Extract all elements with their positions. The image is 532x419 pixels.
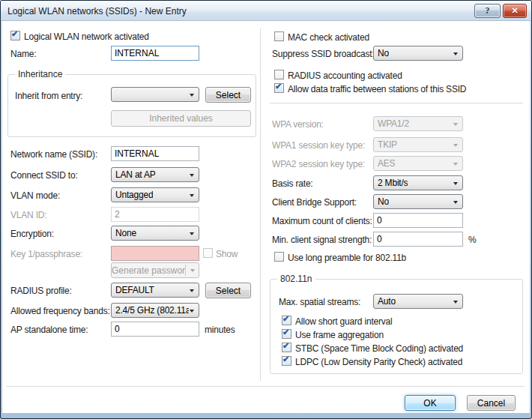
wpa-section-divider <box>270 103 523 103</box>
wpa2-key-type-dropdown: AES <box>373 156 463 171</box>
inherit-from-entry-dropdown[interactable] <box>111 87 199 102</box>
chevron-down-icon <box>453 301 458 304</box>
check-icon: ✔ <box>275 82 282 91</box>
chevron-down-icon <box>453 201 458 204</box>
inheritance-group: Inheritance <box>7 74 256 137</box>
long-preamble-label: Use long preamble for 802.11b <box>288 253 406 263</box>
chevron-down-icon <box>453 182 458 185</box>
min-signal-label: Min. client signal strength: <box>272 235 372 245</box>
show-key-label: Show <box>216 249 238 259</box>
close-button[interactable]: ✕ <box>503 4 527 18</box>
chevron-down-icon <box>190 194 194 197</box>
cancel-button[interactable]: Cancel <box>467 395 516 411</box>
chevron-down-icon <box>190 174 194 177</box>
key1-passphrase-input <box>111 246 199 261</box>
titlebar: Logical WLAN networks (SSIDs) - New Entr… <box>1 1 531 21</box>
vlan-mode-dropdown[interactable]: Untagged <box>111 187 199 202</box>
stbc-checkbox[interactable]: ✔ <box>282 343 291 352</box>
connect-ssid-dropdown[interactable]: LAN at AP <box>111 167 199 182</box>
mac-check-label: MAC check activated <box>288 32 369 43</box>
ldpc-checkbox[interactable]: ✔ <box>282 356 291 366</box>
ssid-input[interactable] <box>111 146 199 161</box>
check-icon: ✔ <box>282 314 289 324</box>
frame-aggregation-checkbox[interactable]: ✔ <box>282 329 291 339</box>
inheritance-group-title: Inheritance <box>15 69 65 79</box>
check-icon: ✔ <box>282 355 289 364</box>
window-title: Logical WLAN networks (SSIDs) - New Entr… <box>7 6 187 16</box>
vlan-id-label: VLAN ID: <box>10 210 46 220</box>
allow-traffic-label: Allow data traffic between stations of t… <box>288 84 466 94</box>
help-icon: ? <box>486 5 490 16</box>
standalone-time-label: AP standalone time: <box>10 325 88 335</box>
radius-accounting-checkbox[interactable]: ✔ <box>274 70 284 79</box>
chevron-down-icon <box>453 123 458 126</box>
max-clients-label: Maximum count of clients: <box>272 216 372 226</box>
max-clients-input[interactable] <box>373 213 463 228</box>
footer-divider <box>6 386 525 387</box>
wpa-version-label: WPA version: <box>272 119 324 130</box>
wpa1-key-type-dropdown: TKIP <box>373 137 463 152</box>
allow-traffic-checkbox[interactable]: ✔ <box>274 83 284 93</box>
check-icon: ✔ <box>11 29 18 39</box>
basis-rate-dropdown[interactable]: 2 Mbit/s <box>373 175 463 190</box>
basis-rate-label: Basis rate: <box>272 178 313 189</box>
inherited-values-button: Inherited values <box>111 110 251 127</box>
split-divider <box>185 265 186 276</box>
radius-profile-dropdown[interactable]: DEFAULT <box>111 283 199 298</box>
radius-select-button[interactable]: Select <box>205 283 251 298</box>
chevron-down-icon <box>453 163 458 166</box>
frame-aggregation-label: Use frame aggregation <box>295 330 384 340</box>
suppress-ssid-label: Suppress SSID broadcast: <box>272 49 375 59</box>
wpa1-key-type-label: WPA1 session key type: <box>272 140 365 151</box>
chevron-down-icon <box>190 94 194 97</box>
chevron-down-icon <box>190 310 194 313</box>
column-divider <box>260 28 261 381</box>
logical-wlan-activated-checkbox[interactable]: ✔ <box>10 31 20 40</box>
80211n-group-title: 802.11n <box>277 274 315 284</box>
standalone-time-unit: minutes <box>205 325 235 335</box>
encryption-dropdown[interactable]: None <box>111 226 199 241</box>
chevron-down-icon <box>190 289 194 292</box>
frequency-bands-dropdown[interactable]: 2.4/5 GHz (802.11a. <box>111 303 199 318</box>
chevron-down-icon <box>190 269 195 272</box>
standalone-time-input[interactable] <box>111 322 199 337</box>
radius-profile-label: RADIUS profile: <box>10 286 72 296</box>
vlan-id-input <box>111 207 199 222</box>
inherit-from-entry-label: Inherit from entry: <box>15 91 82 101</box>
inherit-select-button[interactable]: Select <box>205 87 251 103</box>
long-preamble-checkbox[interactable]: ✔ <box>274 252 284 262</box>
mac-check-checkbox[interactable]: ✔ <box>274 31 284 41</box>
encryption-label: Encryption: <box>10 229 54 239</box>
wpa-version-dropdown: WPA1/2 <box>373 116 463 131</box>
frequency-bands-label: Allowed frequency bands: <box>10 306 110 316</box>
connect-ssid-label: Connect SSID to: <box>10 170 78 181</box>
short-guard-label: Allow short guard interval <box>295 316 393 327</box>
short-guard-checkbox[interactable]: ✔ <box>282 316 291 325</box>
suppress-ssid-dropdown[interactable]: No <box>373 46 463 61</box>
chevron-down-icon <box>190 232 194 235</box>
show-key-checkbox: ✔ <box>203 248 213 258</box>
check-icon: ✔ <box>282 328 289 337</box>
radius-accounting-label: RADIUS accounting activated <box>288 70 402 81</box>
max-spatial-streams-dropdown[interactable]: Auto <box>373 294 463 309</box>
chevron-down-icon <box>453 144 458 147</box>
chevron-down-icon <box>453 52 458 55</box>
wpa2-key-type-label: WPA2 session key type: <box>272 159 365 169</box>
client-bridge-label: Client Bridge Support: <box>272 197 357 208</box>
client-bridge-dropdown[interactable]: No <box>373 194 463 209</box>
ldpc-label: LDPC (Low Density Parity Check) activate… <box>295 357 462 367</box>
min-signal-unit: % <box>468 235 476 245</box>
ssid-label: Network name (SSID): <box>10 149 97 160</box>
generate-password-button: Generate password <box>111 262 199 278</box>
name-input[interactable] <box>111 46 199 61</box>
logical-wlan-activated-label: Logical WLAN network activated <box>24 31 149 42</box>
max-spatial-streams-label: Max. spatial streams: <box>279 297 360 307</box>
dialog-window: Logical WLAN networks (SSIDs) - New Entr… <box>0 0 532 419</box>
check-icon: ✔ <box>282 341 289 351</box>
vlan-mode-label: VLAN mode: <box>10 190 60 201</box>
help-button[interactable]: ? <box>474 4 501 18</box>
ok-button[interactable]: OK <box>405 395 456 411</box>
min-signal-input[interactable] <box>373 232 463 247</box>
key1-passphrase-label: Key 1/passphrase: <box>10 249 82 259</box>
stbc-label: STBC (Space Time Block Coding) activated <box>295 343 463 354</box>
